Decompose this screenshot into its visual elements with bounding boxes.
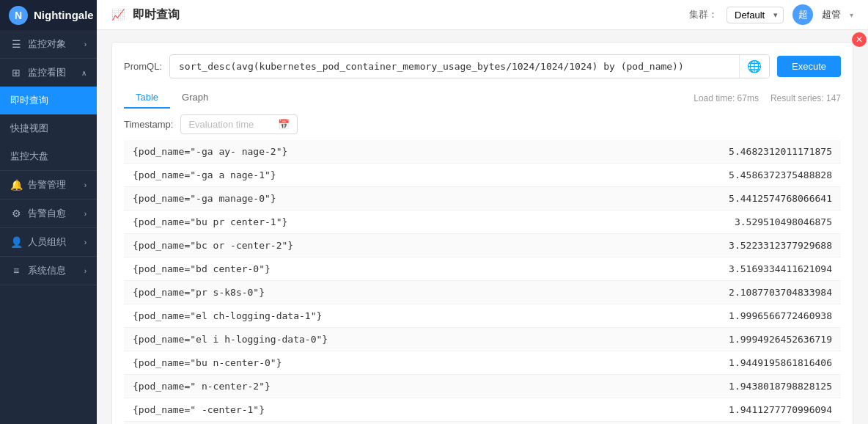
alert-self-icon: ⚙: [10, 208, 22, 219]
calendar-icon: 📅: [278, 119, 290, 130]
value-cell: 3.5223312377929688: [581, 234, 841, 257]
sidebar-group-people: 👤 人员组织 ›: [0, 228, 97, 257]
value-cell: 1.9449195861816406: [581, 351, 841, 375]
cluster-select[interactable]: Default: [727, 7, 784, 23]
sidebar-group-monitor: ☰ 监控对象 ›: [0, 30, 97, 59]
cluster-select-wrapper[interactable]: Default: [727, 7, 784, 23]
value-cell: 3.529510498046875: [581, 211, 841, 234]
header-left: 📈 即时查询: [111, 7, 180, 23]
table-row: {pod_name="bc or -center-2"}3.5223312377…: [124, 234, 841, 257]
sidebar-item-alert-self[interactable]: ⚙ 告警自愈 ›: [0, 200, 97, 227]
chevron-icon-monitor-view: ∧: [81, 69, 87, 77]
meta-row: Table Graph Load time: 67ms Result serie…: [124, 87, 841, 109]
table-row: {pod_name=" n-center-2"}1.94380187988281…: [124, 375, 841, 398]
tab-table[interactable]: Table: [124, 87, 170, 109]
metric-cell: {pod_name=" -center-1"}: [124, 398, 581, 422]
table-row: {pod_name="el i h-logging-data-0"}1.9994…: [124, 328, 841, 351]
table-row: {pod_name="el ch-logging-data-1"}1.99965…: [124, 304, 841, 328]
user-chevron-icon[interactable]: ▾: [850, 11, 853, 19]
page-title-icon: 📈: [111, 8, 125, 21]
monitor-view-icon: ⊞: [10, 67, 22, 78]
header: 📈 即时查询 集群： Default 超 超管 ▾: [97, 0, 868, 30]
sidebar-group-alert-self: ⚙ 告警自愈 ›: [0, 200, 97, 228]
value-cell: 2.1087703704833984: [581, 281, 841, 304]
sidebar: N Nightingale ☰ 监控对象 › ⊞ 监控看图 ∧ 即时查询 快: [0, 0, 97, 424]
cluster-label: 集群：: [689, 8, 718, 21]
chevron-icon-alert-manage: ›: [84, 181, 87, 189]
promql-input[interactable]: [170, 56, 739, 77]
monitor-target-icon: ☰: [10, 38, 22, 50]
content-area: PromQL: 🌐 Execute Table Graph Load time:…: [97, 30, 868, 424]
promql-label: PromQL:: [124, 61, 162, 72]
sidebar-item-label-alert-self: 告警自愈: [28, 207, 66, 220]
sidebar-item-monitor-view[interactable]: ⊞ 监控看图 ∧: [0, 59, 97, 87]
table-row: {pod_name="-ga ay- nage-2"}5.46823120111…: [124, 140, 841, 164]
sidebar-item-quick-view[interactable]: 快捷视图: [0, 114, 97, 142]
sidebar-item-instant-query[interactable]: 即时查询: [0, 87, 97, 114]
sidebar-item-people-org[interactable]: 👤 人员组织 ›: [0, 228, 97, 256]
sidebar-item-label-instant-query: 即时查询: [10, 94, 48, 107]
sidebar-group-system: ≡ 系统信息 ›: [0, 257, 97, 285]
sidebar-group-alert-manage: 🔔 告警管理 ›: [0, 171, 97, 200]
table-row: {pod_name="-ga a nage-1"}5.4586372375488…: [124, 164, 841, 187]
table-row: {pod_name="bu pr center-1"}3.52951049804…: [124, 211, 841, 234]
sidebar-logo[interactable]: N Nightingale: [0, 0, 97, 30]
table-row: {pod_name="bd center-0"}3.51693344116210…: [124, 257, 841, 281]
metric-cell: {pod_name="bd center-0"}: [124, 257, 581, 281]
page-title: 即时查询: [133, 7, 180, 23]
logo-text: Nightingale: [34, 9, 94, 21]
value-cell: 1.615234375: [581, 422, 841, 425]
promql-row: PromQL: 🌐 Execute: [124, 54, 841, 78]
close-panel-button[interactable]: ✕: [852, 32, 867, 47]
sidebar-item-label-people-org: 人员组织: [28, 235, 66, 249]
table-row: {pod_name=" -center-1"}1.941127777099609…: [124, 398, 841, 422]
logo-icon: N: [9, 6, 28, 25]
alert-manage-icon: 🔔: [10, 179, 22, 191]
value-cell: 1.9994926452636719: [581, 328, 841, 351]
value-cell: 1.9996566772460938: [581, 304, 841, 328]
value-cell: 1.9438018798828125: [581, 375, 841, 398]
chevron-icon-alert-self: ›: [84, 210, 87, 218]
sidebar-item-system-info[interactable]: ≡ 系统信息 ›: [0, 257, 97, 285]
tab-graph[interactable]: Graph: [170, 87, 220, 109]
user-name: 超管: [822, 8, 841, 21]
globe-button[interactable]: 🌐: [739, 55, 769, 78]
sidebar-item-monitor-target[interactable]: ☰ 监控对象 ›: [0, 30, 97, 58]
table-row: {pod_name="-ga manage-0"}5.4412574768066…: [124, 187, 841, 211]
timestamp-input[interactable]: Evaluation time 📅: [180, 114, 298, 134]
chevron-icon-people-org: ›: [84, 238, 87, 246]
metric-cell: {pod_name="-ga a nage-1"}: [124, 164, 581, 187]
metric-cell: {pod_name="el i h-logging-data-0"}: [124, 328, 581, 351]
system-info-icon: ≡: [10, 265, 22, 277]
timestamp-placeholder: Evaluation time: [188, 119, 254, 130]
promql-input-wrapper: 🌐: [169, 54, 770, 78]
avatar: 超: [792, 4, 813, 25]
metric-cell: {pod_name="l -da manager-0"}: [124, 422, 581, 425]
table-row: {pod_name="pr s-k8s-0"}2.108770370483398…: [124, 281, 841, 304]
load-time: Load time: 67ms: [694, 93, 759, 103]
sidebar-item-label-quick-view: 快捷视图: [10, 122, 48, 135]
timestamp-label: Timestamp:: [124, 119, 173, 130]
metric-cell: {pod_name="bc or -center-2"}: [124, 234, 581, 257]
sidebar-item-label-monitor-dashboard: 监控大盘: [10, 150, 48, 163]
sidebar-item-alert-manage[interactable]: 🔔 告警管理 ›: [0, 171, 97, 199]
metric-cell: {pod_name="pr s-k8s-0"}: [124, 281, 581, 304]
results-table: {pod_name="-ga ay- nage-2"}5.46823120111…: [124, 140, 841, 424]
sidebar-group-view: ⊞ 监控看图 ∧ 即时查询 快捷视图 监控大盘: [0, 59, 97, 171]
metric-cell: {pod_name="bu n-center-0"}: [124, 351, 581, 375]
meta-info: Load time: 67ms Result series: 147: [694, 93, 841, 103]
metric-cell: {pod_name="bu pr center-1"}: [124, 211, 581, 234]
metric-cell: {pod_name=" n-center-2"}: [124, 375, 581, 398]
sidebar-item-label-monitor-target: 监控对象: [28, 37, 66, 51]
timestamp-row: Timestamp: Evaluation time 📅: [124, 114, 841, 134]
chevron-icon-system-info: ›: [84, 267, 87, 275]
result-series: Result series: 147: [770, 93, 841, 103]
sidebar-item-monitor-dashboard[interactable]: 监控大盘: [0, 142, 97, 170]
execute-button[interactable]: Execute: [777, 56, 841, 77]
metric-cell: {pod_name="-ga ay- nage-2"}: [124, 140, 581, 164]
value-cell: 3.5169334411621094: [581, 257, 841, 281]
chevron-icon-monitor-target: ›: [84, 40, 87, 48]
value-cell: 5.4412574768066641: [581, 187, 841, 211]
sidebar-item-label-alert-manage: 告警管理: [28, 178, 66, 191]
table-row: {pod_name="l -da manager-0"}1.615234375: [124, 422, 841, 425]
